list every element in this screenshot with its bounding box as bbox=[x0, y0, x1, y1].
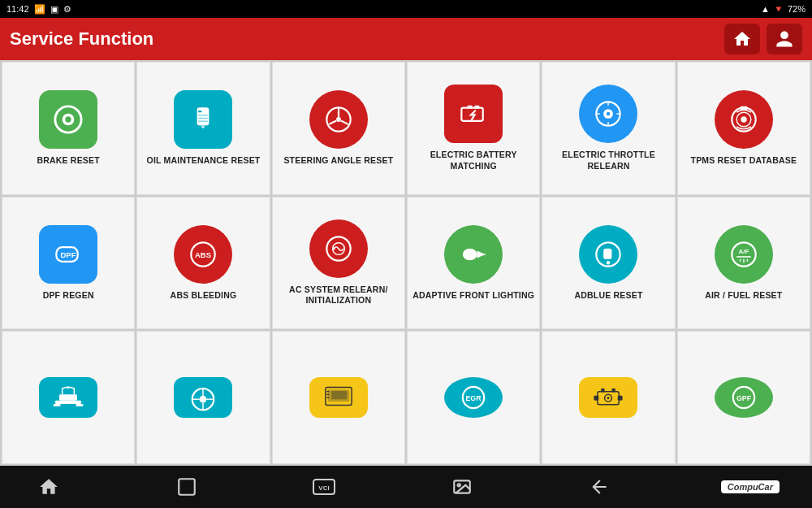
svg-rect-38 bbox=[604, 248, 612, 258]
svg-text:DPF: DPF bbox=[61, 250, 76, 258]
battery-matching-item[interactable]: ELECTRIC BATTERY MATCHING bbox=[407, 62, 540, 195]
svg-rect-6 bbox=[199, 118, 209, 119]
svg-rect-26 bbox=[740, 106, 747, 110]
header: Service Function bbox=[0, 18, 812, 60]
settings-icon: ⚙ bbox=[63, 4, 71, 15]
svg-rect-4 bbox=[199, 111, 202, 112]
svg-rect-64 bbox=[594, 396, 599, 401]
user-button[interactable] bbox=[767, 24, 802, 54]
svg-rect-56 bbox=[326, 394, 329, 395]
svg-rect-57 bbox=[326, 397, 329, 397]
page-title: Service Function bbox=[10, 28, 153, 50]
brake-reset-item[interactable]: BRAKE RESET bbox=[2, 62, 135, 195]
svg-point-2 bbox=[65, 116, 71, 122]
dpf-regen-icon: DPF bbox=[39, 225, 97, 284]
nav-image-button[interactable] bbox=[446, 471, 478, 503]
wheel-icon bbox=[174, 377, 232, 418]
svg-text:EGR: EGR bbox=[466, 394, 482, 402]
tpms-reset-item[interactable]: TPMS RESET DATABASE bbox=[677, 62, 810, 195]
battery-matching-icon bbox=[444, 85, 503, 143]
svg-point-39 bbox=[607, 261, 610, 264]
throttle-relearn-icon bbox=[579, 85, 637, 143]
svg-point-67 bbox=[607, 397, 610, 399]
gpf-icon: GPF bbox=[715, 377, 773, 418]
adblue-reset-item[interactable]: ADBLUE RESET bbox=[542, 197, 675, 330]
engine-icon bbox=[579, 377, 637, 418]
status-left: 11:42 📶 ▣ ⚙ bbox=[6, 4, 71, 15]
status-bar: 11:42 📶 ▣ ⚙ ▲ 🔻 72% bbox=[0, 0, 812, 18]
svg-point-18 bbox=[607, 112, 610, 115]
oil-maintenance-icon bbox=[174, 90, 232, 149]
ac-system-label: AC SYSTEM RELEARN/ INITIALIZATION bbox=[276, 284, 401, 306]
status-right: ▲ 🔻 72% bbox=[761, 4, 806, 15]
row3-item4[interactable]: EGR bbox=[407, 331, 540, 464]
adaptive-lighting-item[interactable]: ADAPTIVE FRONT LIGHTING bbox=[407, 197, 540, 330]
dpf-regen-item[interactable]: DPF DPF REGEN bbox=[2, 197, 135, 330]
svg-rect-58 bbox=[331, 391, 347, 399]
air-fuel-item[interactable]: A/F AIR / FUEL RESET bbox=[677, 197, 810, 330]
row3-item1[interactable] bbox=[2, 331, 135, 464]
abs-bleeding-icon: ABS bbox=[174, 225, 232, 284]
abs-bleeding-label: ABS BLEEDING bbox=[171, 290, 237, 302]
svg-rect-5 bbox=[199, 115, 209, 115]
wifi-icon2: 🔻 bbox=[773, 4, 784, 15]
svg-point-48 bbox=[200, 396, 207, 403]
adaptive-lighting-icon bbox=[444, 225, 503, 284]
brand-logo: CompuCar bbox=[721, 480, 780, 493]
battery-display: 72% bbox=[788, 4, 806, 14]
ac-system-icon bbox=[309, 219, 368, 278]
air-fuel-icon: A/F bbox=[715, 225, 773, 284]
throttle-relearn-item[interactable]: ELECTRIC THROTTLE RELEARN bbox=[542, 62, 675, 195]
svg-rect-55 bbox=[326, 391, 329, 392]
nav-back-button[interactable] bbox=[583, 471, 615, 503]
svg-text:A/F: A/F bbox=[738, 247, 749, 254]
throttle-relearn-label: ELECTRIC THROTTLE RELEARN bbox=[546, 150, 671, 172]
svg-rect-15 bbox=[475, 106, 480, 109]
sim-icon: ▣ bbox=[50, 4, 58, 15]
svg-line-12 bbox=[341, 120, 348, 124]
abs-bleeding-item[interactable]: ABS ABS BLEEDING bbox=[136, 197, 270, 330]
row3-item3[interactable] bbox=[272, 331, 405, 464]
nav-square-button[interactable] bbox=[171, 471, 203, 503]
time-display: 11:42 bbox=[6, 4, 29, 14]
wifi-icon: 📶 bbox=[34, 4, 45, 15]
svg-point-74 bbox=[457, 484, 460, 486]
dpf-regen-label: DPF REGEN bbox=[43, 290, 94, 302]
nav-vci-button[interactable]: VCI bbox=[308, 471, 340, 503]
brake-reset-icon bbox=[39, 90, 97, 149]
svg-point-9 bbox=[336, 117, 341, 122]
svg-rect-14 bbox=[468, 106, 473, 109]
svg-rect-7 bbox=[199, 120, 209, 121]
row3-item5[interactable] bbox=[542, 331, 675, 464]
svg-rect-63 bbox=[612, 389, 615, 392]
signal-icon: ▲ bbox=[761, 4, 770, 14]
tpms-reset-icon bbox=[715, 90, 773, 149]
oil-maintenance-item[interactable]: OIL MAINTENANCE RESET bbox=[136, 62, 270, 195]
service-grid: BRAKE RESET OIL MAINTENANCE RESET bbox=[0, 60, 812, 466]
nav-home-button[interactable] bbox=[32, 471, 65, 503]
steering-angle-label: STEERING ANGLE RESET bbox=[283, 155, 393, 167]
row3-item6[interactable]: GPF bbox=[677, 331, 810, 464]
svg-line-11 bbox=[329, 120, 336, 124]
header-buttons bbox=[724, 24, 802, 54]
adblue-reset-icon bbox=[579, 225, 637, 284]
oil-maintenance-label: OIL MAINTENANCE RESET bbox=[147, 155, 261, 167]
svg-text:ABS: ABS bbox=[195, 250, 211, 258]
row3-item2[interactable] bbox=[136, 331, 270, 464]
steering-angle-item[interactable]: STEERING ANGLE RESET bbox=[272, 62, 405, 195]
svg-text:VCI: VCI bbox=[318, 484, 329, 492]
main-content: BRAKE RESET OIL MAINTENANCE RESET bbox=[0, 60, 812, 466]
svg-point-34 bbox=[463, 248, 477, 260]
home-button[interactable] bbox=[724, 24, 760, 54]
svg-rect-43 bbox=[55, 401, 81, 404]
svg-point-25 bbox=[741, 116, 746, 122]
adblue-reset-label: ADBLUE RESET bbox=[574, 290, 642, 302]
svg-rect-3 bbox=[197, 107, 209, 125]
svg-point-33 bbox=[332, 247, 335, 250]
air-fuel-label: AIR / FUEL RESET bbox=[705, 290, 782, 302]
ac-system-item[interactable]: AC SYSTEM RELEARN/ INITIALIZATION bbox=[272, 197, 405, 330]
svg-rect-70 bbox=[179, 479, 195, 495]
svg-rect-44 bbox=[59, 394, 77, 400]
svg-rect-46 bbox=[76, 404, 84, 406]
adaptive-lighting-label: ADAPTIVE FRONT LIGHTING bbox=[412, 290, 534, 302]
